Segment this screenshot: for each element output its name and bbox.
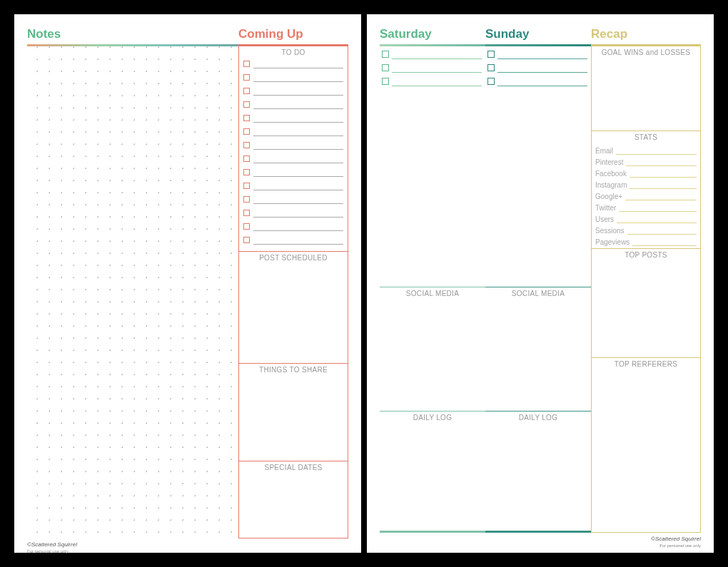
day-line[interactable] [497,50,587,59]
stat-row: Facebook [592,170,700,178]
saturday-checklist [380,46,485,91]
sunday-log-box[interactable]: DAILY LOG [485,412,591,533]
footer-right: ©Scattered Squirrel For personal use onl… [380,533,701,546]
todo-line[interactable] [253,208,343,218]
checkbox-icon[interactable] [487,78,495,85]
stat-line[interactable] [630,170,697,178]
top-referrers-label: TOP RERFERERS [592,358,700,370]
todo-line[interactable] [253,140,343,150]
todo-line[interactable] [253,167,343,177]
todo-row [243,72,343,82]
stats-label: STATS [592,131,700,143]
checkbox-icon[interactable] [243,101,250,108]
checkbox-icon[interactable] [243,169,250,175]
stat-row: Pageviews [592,238,700,246]
stat-line[interactable] [627,227,697,235]
footer-sub: For personal use only [659,543,701,548]
stat-row: Pinterest [592,158,700,166]
saturday-social-box[interactable]: SOCIAL MEDIA [380,287,485,412]
special-dates-label: SPECIAL DATES [239,461,348,474]
checkbox-icon[interactable] [243,237,250,243]
checkbox-icon[interactable] [243,155,250,162]
stats-box: STATS EmailPinterestFacebookInstagramGoo… [592,131,700,248]
todo-label: TO DO [239,46,348,58]
top-posts-label: TOP POSTS [592,249,700,261]
sunday-social-box[interactable]: SOCIAL MEDIA [485,287,591,412]
saturday-column: SOCIAL MEDIA DAILY LOG [380,44,485,533]
sunday-title: Sunday [485,27,591,41]
checkbox-icon[interactable] [487,64,495,71]
day-check-row [382,63,482,73]
footer-left: ©Scattered Squirrel For personal use onl… [27,538,348,551]
todo-line[interactable] [253,153,343,163]
todo-line[interactable] [253,58,343,68]
stat-line[interactable] [625,193,697,200]
todo-line[interactable] [253,99,343,109]
checkbox-icon[interactable] [243,128,250,135]
stat-line[interactable] [619,204,697,212]
todo-line[interactable] [253,180,343,190]
todo-line[interactable] [253,86,343,96]
checkbox-icon[interactable] [382,78,389,85]
todo-line[interactable] [253,113,343,123]
day-line[interactable] [392,63,482,73]
todo-row [243,99,343,109]
special-dates-box[interactable]: SPECIAL DATES [239,461,348,538]
day-check-row [382,50,482,59]
checkbox-icon[interactable] [243,88,250,94]
stat-line[interactable] [617,215,697,223]
top-posts-box[interactable]: TOP POSTS [592,248,700,357]
checkbox-icon[interactable] [243,61,250,67]
post-scheduled-box[interactable]: POST SCHEDULED [239,251,348,363]
day-line[interactable] [497,63,587,73]
todo-line[interactable] [253,235,343,245]
coming-up-title: Coming Up [238,27,348,41]
left-header: Notes Coming Up [27,27,348,41]
sunday-checklist [485,46,591,91]
checkbox-icon[interactable] [382,51,389,58]
day-line[interactable] [392,77,482,86]
stat-line[interactable] [616,147,697,155]
checkbox-icon[interactable] [243,115,250,121]
todo-line[interactable] [253,126,343,136]
todo-line[interactable] [253,194,343,204]
post-scheduled-label: POST SCHEDULED [239,252,348,264]
checkbox-icon[interactable] [243,196,250,203]
stat-line[interactable] [626,158,697,166]
stat-line[interactable] [632,238,697,246]
stat-label: Pageviews [595,238,630,246]
day-check-row [487,77,587,86]
todo-row [243,126,343,136]
stat-row: Instagram [592,181,700,189]
saturday-social-label: SOCIAL MEDIA [380,287,485,300]
notes-column [27,44,238,538]
planner-left-page: Notes Coming Up TO DO POST SCHEDULED THI… [14,14,361,553]
top-referrers-box[interactable]: TOP RERFERERS [592,357,700,532]
day-line[interactable] [497,77,587,86]
day-line[interactable] [392,50,482,59]
todo-row [243,140,343,150]
saturday-log-label: DAILY LOG [380,412,485,424]
checkbox-icon[interactable] [243,74,250,81]
recap-title: Recap [591,27,701,41]
things-to-share-box[interactable]: THINGS TO SHARE [239,363,348,461]
checkbox-icon[interactable] [243,223,250,230]
todo-row [243,167,343,177]
day-check-row [382,77,482,86]
checkbox-icon[interactable] [243,210,250,216]
checkbox-icon[interactable] [382,64,389,71]
checkbox-icon[interactable] [487,51,495,58]
todo-line[interactable] [253,221,343,231]
day-check-row [487,50,587,59]
stat-line[interactable] [630,181,697,189]
stat-label: Facebook [595,170,627,178]
goal-wins-box[interactable]: GOAL WINS and LOSSES [592,46,700,131]
checkbox-icon[interactable] [243,142,250,148]
saturday-log-box[interactable]: DAILY LOG [380,412,485,533]
checkbox-icon[interactable] [243,183,250,189]
footer-brand: ©Scattered Squirrel [27,541,77,548]
todo-line[interactable] [253,72,343,82]
stat-row: Users [592,215,700,223]
dot-grid[interactable] [27,46,238,538]
planner-right-page: Saturday Sunday Recap SOCIAL MEDIA DAILY… [367,14,714,553]
